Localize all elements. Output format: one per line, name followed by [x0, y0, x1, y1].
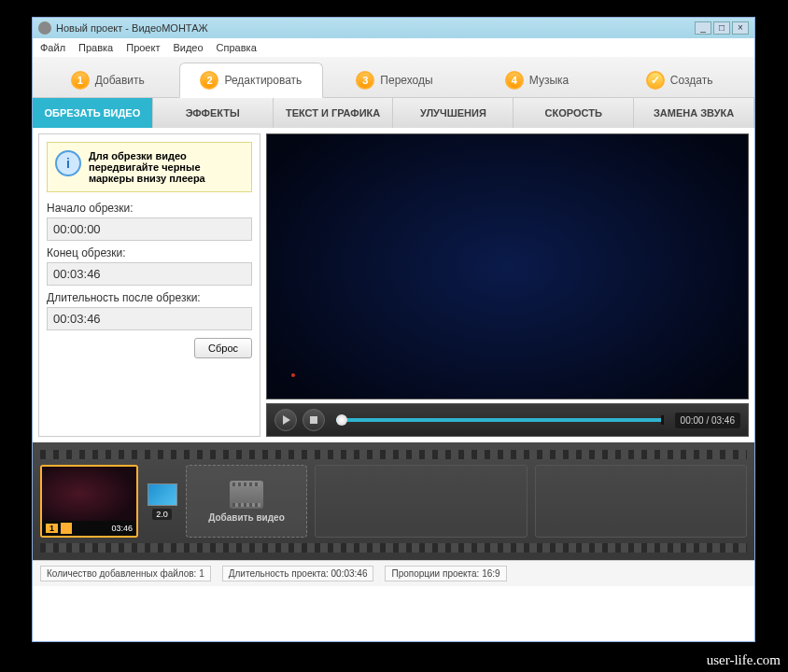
watermark: user-life.com	[707, 652, 781, 668]
tab-trim[interactable]: ОБРЕЗАТЬ ВИДЕО	[33, 98, 153, 128]
film-holes-bottom	[40, 543, 747, 553]
minimize-button[interactable]: _	[695, 21, 711, 35]
status-duration: Длительность проекта: 00:03:46	[222, 566, 374, 581]
menu-file[interactable]: Файл	[40, 42, 65, 53]
status-aspect: Пропорции проекта: 16:9	[385, 566, 506, 581]
end-label: Конец обрезки:	[47, 246, 252, 259]
seek-bar[interactable]	[336, 418, 664, 422]
step-add[interactable]: 1Добавить	[36, 63, 179, 97]
maximize-button[interactable]: □	[713, 21, 730, 35]
menubar: Файл Правка Проект Видео Справка	[33, 38, 754, 57]
titlebar: Новый проект - ВидеоМОНТАЖ _ □ ×	[33, 18, 754, 38]
clips-row: 1 03:46 2.0 Добавить видео	[40, 459, 747, 543]
video-preview[interactable]	[266, 133, 749, 399]
steps-bar: 1Добавить 2Редактировать 3Переходы 4Музы…	[33, 57, 754, 98]
menu-project[interactable]: Проект	[126, 42, 160, 53]
tab-enhance[interactable]: УЛУЧШЕНИЯ	[393, 98, 514, 128]
seek-handle[interactable]	[336, 414, 347, 426]
step-1-icon: 1	[71, 71, 90, 90]
empty-slot-2	[535, 465, 748, 538]
window-title: Новый проект - ВидеоМОНТАЖ	[56, 22, 208, 34]
step-check-icon: ✓	[646, 71, 665, 90]
step-edit[interactable]: 2Редактировать	[179, 63, 324, 98]
transition-slot[interactable]: 2.0	[146, 465, 178, 538]
start-input[interactable]	[47, 217, 252, 241]
stop-button[interactable]	[303, 409, 325, 431]
time-display: 00:00 / 03:46	[675, 413, 740, 428]
preview-panel: 00:00 / 03:46	[266, 133, 749, 437]
add-video-label: Добавить видео	[208, 512, 285, 523]
app-window: Новый проект - ВидеоМОНТАЖ _ □ × Файл Пр…	[32, 17, 755, 642]
subtabs: ОБРЕЗАТЬ ВИДЕО ЭФФЕКТЫ ТЕКСТ И ГРАФИКА У…	[33, 98, 754, 128]
timeline: 1 03:46 2.0 Добавить видео	[33, 442, 754, 560]
stop-icon	[310, 416, 317, 424]
dur-label: Длительность после обрезки:	[47, 291, 252, 304]
menu-edit[interactable]: Правка	[78, 42, 113, 53]
transition-icon	[148, 483, 177, 506]
filmstrip-icon	[230, 481, 263, 509]
player-controls: 00:00 / 03:46	[266, 403, 749, 437]
close-button[interactable]: ×	[732, 21, 749, 35]
menu-video[interactable]: Видео	[173, 42, 203, 53]
side-panel: i Для обрезки видео передвигайте черные …	[38, 133, 260, 437]
step-transitions[interactable]: 3Переходы	[323, 63, 466, 97]
step-music[interactable]: 4Музыка	[466, 63, 609, 97]
play-icon	[283, 415, 290, 425]
add-video-button[interactable]: Добавить видео	[186, 465, 307, 538]
tab-speed[interactable]: СКОРОСТЬ	[514, 98, 634, 128]
clip-number: 1	[46, 524, 58, 533]
reset-button[interactable]: Сброс	[194, 338, 252, 358]
step-2-icon: 2	[200, 71, 218, 90]
statusbar: Количество добавленных файлов: 1 Длитель…	[33, 560, 754, 586]
tab-effects[interactable]: ЭФФЕКТЫ	[153, 98, 274, 128]
status-files: Количество добавленных файлов: 1	[40, 566, 211, 581]
play-button[interactable]	[274, 409, 297, 431]
end-input[interactable]	[47, 262, 252, 286]
menu-help[interactable]: Справка	[217, 42, 257, 53]
work-area: i Для обрезки видео передвигайте черные …	[33, 128, 754, 442]
tab-audio[interactable]: ЗАМЕНА ЗВУКА	[634, 98, 754, 128]
info-icon: i	[55, 150, 81, 176]
start-label: Начало обрезки:	[47, 202, 252, 215]
seek-end-marker[interactable]	[661, 415, 664, 425]
transition-duration: 2.0	[152, 509, 172, 520]
clip-1[interactable]: 1 03:46	[40, 465, 138, 538]
hint-box: i Для обрезки видео передвигайте черные …	[47, 142, 252, 192]
step-4-icon: 4	[505, 71, 524, 90]
clip-thumb	[42, 467, 136, 521]
step-create[interactable]: ✓Создать	[608, 63, 751, 97]
step-3-icon: 3	[356, 71, 374, 90]
hint-text: Для обрезки видео передвигайте черные ма…	[89, 150, 244, 184]
tab-text[interactable]: ТЕКСТ И ГРАФИКА	[274, 98, 394, 128]
film-holes-top	[40, 450, 747, 459]
clip-duration: 03:46	[111, 524, 133, 533]
clip-info-bar: 1 03:46	[42, 521, 136, 536]
app-icon	[38, 21, 51, 35]
dur-input[interactable]	[47, 307, 252, 330]
pencil-icon[interactable]	[61, 523, 72, 534]
empty-slot-1	[315, 465, 528, 538]
